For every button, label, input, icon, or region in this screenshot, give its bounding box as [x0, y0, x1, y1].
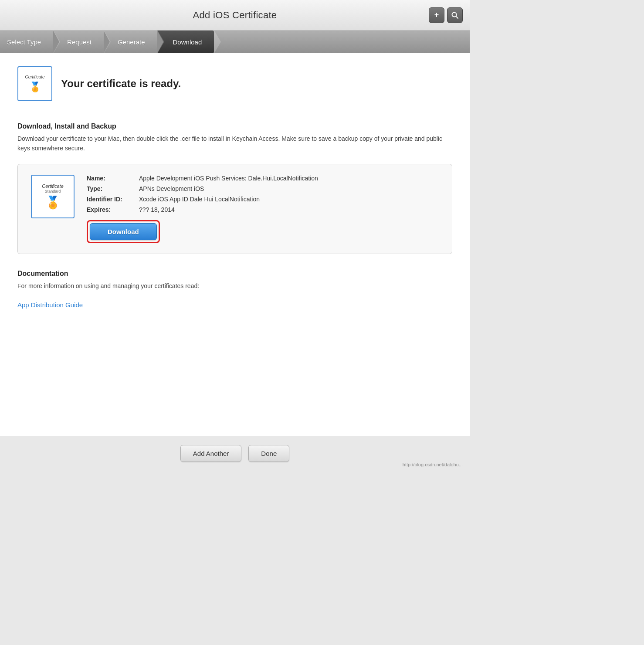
footer: Add Another Done http://blog.csdn.net/da… — [0, 436, 470, 471]
certificate-icon-large: Certificate Standard 🏅 — [31, 175, 75, 218]
cert-identifier-label: Identifier ID: — [87, 196, 139, 203]
cert-name-value: Apple Development iOS Push Services: Dal… — [139, 175, 318, 182]
svg-line-1 — [456, 16, 458, 18]
cert-type-value: APNs Development iOS — [139, 185, 204, 192]
cert-large-seal: 🏅 — [45, 195, 61, 210]
divider — [17, 110, 452, 110]
certificate-details: Name: Apple Development iOS Push Service… — [87, 175, 439, 243]
app-distribution-guide-link[interactable]: App Distribution Guide — [17, 301, 83, 309]
ready-section: Certificate 🏅 Your certificate is ready. — [17, 66, 452, 101]
cert-icon-seal: 🏅 — [29, 81, 41, 93]
title-bar-actions: + — [429, 7, 463, 23]
search-button[interactable] — [447, 7, 463, 23]
breadcrumb-nav: Select Type Request Generate Download — [0, 31, 470, 53]
cert-name-field: Name: Apple Development iOS Push Service… — [87, 175, 439, 182]
documentation-title: Documentation — [17, 270, 452, 278]
documentation-desc: For more information on using and managi… — [17, 281, 452, 291]
done-button[interactable]: Done — [248, 445, 289, 462]
footer-url: http://blog.csdn.net/dalohu... — [403, 462, 463, 467]
breadcrumb-select-type[interactable]: Select Type — [0, 31, 53, 53]
download-btn-wrap: Download — [87, 220, 439, 243]
download-certificate-button[interactable]: Download — [90, 223, 157, 240]
cert-identifier-field: Identifier ID: Xcode iOS App ID Dale Hui… — [87, 196, 439, 203]
cert-expires-field: Expires: ??? 18, 2014 — [87, 206, 439, 213]
certificate-card: Certificate Standard 🏅 Name: Apple Devel… — [17, 164, 452, 254]
download-section-desc: Download your certificate to your Mac, t… — [17, 134, 452, 153]
cert-large-text: Certificate — [42, 183, 64, 189]
main-content: Certificate 🏅 Your certificate is ready.… — [0, 53, 470, 436]
cert-icon-text: Certificate — [25, 75, 44, 80]
add-button[interactable]: + — [429, 7, 444, 23]
cert-identifier-value: Xcode iOS App ID Dale Hui LocalNotificat… — [139, 196, 260, 203]
breadcrumb-request[interactable]: Request — [53, 31, 104, 53]
ready-title: Your certificate is ready. — [61, 78, 181, 90]
breadcrumb-generate[interactable]: Generate — [104, 31, 157, 53]
cert-expires-label: Expires: — [87, 206, 139, 213]
breadcrumb-download[interactable]: Download — [157, 31, 214, 53]
certificate-icon-small: Certificate 🏅 — [17, 66, 52, 101]
download-section-title: Download, Install and Backup — [17, 122, 452, 130]
add-another-button[interactable]: Add Another — [180, 445, 242, 462]
cert-expires-value: ??? 18, 2014 — [139, 206, 175, 213]
cert-large-sub-text: Standard — [45, 189, 61, 194]
cert-name-label: Name: — [87, 175, 139, 182]
download-btn-highlight: Download — [87, 220, 160, 243]
page-title: Add iOS Certificate — [193, 10, 277, 21]
cert-type-field: Type: APNs Development iOS — [87, 185, 439, 192]
cert-type-label: Type: — [87, 185, 139, 192]
title-bar: Add iOS Certificate + — [0, 0, 470, 31]
